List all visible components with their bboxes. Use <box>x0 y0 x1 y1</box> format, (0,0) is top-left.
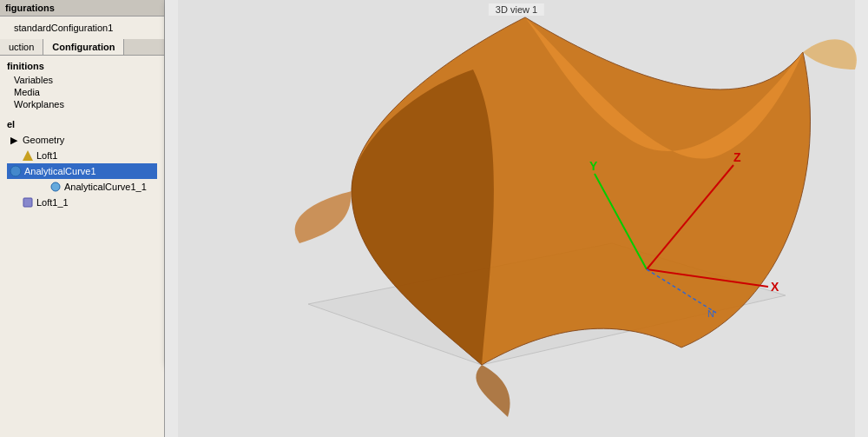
tree-loft1[interactable]: Loft1 <box>7 148 157 163</box>
def-workplanes[interactable]: Workplanes <box>7 98 157 110</box>
definitions-title: finitions <box>7 61 157 71</box>
svg-text:N: N <box>707 308 714 319</box>
svg-point-2 <box>51 182 60 191</box>
tab-construction[interactable]: uction <box>0 39 43 55</box>
svg-point-1 <box>10 166 21 176</box>
loft1-1-icon <box>21 195 35 209</box>
left-top-bar-label: figurations <box>5 3 55 13</box>
svg-rect-3 <box>23 198 32 207</box>
svg-text:X: X <box>771 280 779 294</box>
viewport-svg: Y X Z N <box>165 0 868 437</box>
definitions-area: finitions Variables Media Workplanes <box>0 56 164 116</box>
viewport-title: 3D view 1 <box>489 3 544 16</box>
analytical-curve1-1-icon <box>49 180 62 194</box>
def-variables[interactable]: Variables <box>7 74 157 86</box>
std-config-label: standardConfiguration1 <box>14 23 113 33</box>
analytical-curve1-icon <box>9 164 23 178</box>
tab-configuration[interactable]: Configuration <box>43 39 124 55</box>
tree-loft1-1[interactable]: Loft1_1 <box>7 195 157 210</box>
std-config-item[interactable]: standardConfiguration1 <box>7 22 157 34</box>
left-panel: figurations standardConfiguration1 uctio… <box>0 0 165 437</box>
3d-viewport[interactable]: 3D view 1 Y X <box>165 0 868 437</box>
left-tabs: uction Configuration <box>0 39 164 56</box>
svg-marker-0 <box>23 150 33 161</box>
model-section: el ▶ Geometry Loft1 AnalyticalCurve1 Ana… <box>0 116 164 214</box>
tree-analytical-curve1-1[interactable]: AnalyticalCurve1_1 <box>7 179 157 195</box>
def-media[interactable]: Media <box>7 86 157 98</box>
svg-text:Z: Z <box>733 150 741 164</box>
svg-text:Y: Y <box>589 159 598 173</box>
tree-analytical-curve1[interactable]: AnalyticalCurve1 <box>7 163 157 179</box>
tree-geometry[interactable]: ▶ Geometry <box>7 132 157 148</box>
definitions-section: standardConfiguration1 <box>0 17 164 39</box>
model-title: el <box>7 119 157 129</box>
left-top-bar: figurations <box>0 0 164 17</box>
geometry-icon: ▶ <box>7 133 21 147</box>
main-area: ⚙ Modify analytical curve × Geometry Wor… <box>165 0 868 437</box>
loft1-icon <box>21 149 35 162</box>
